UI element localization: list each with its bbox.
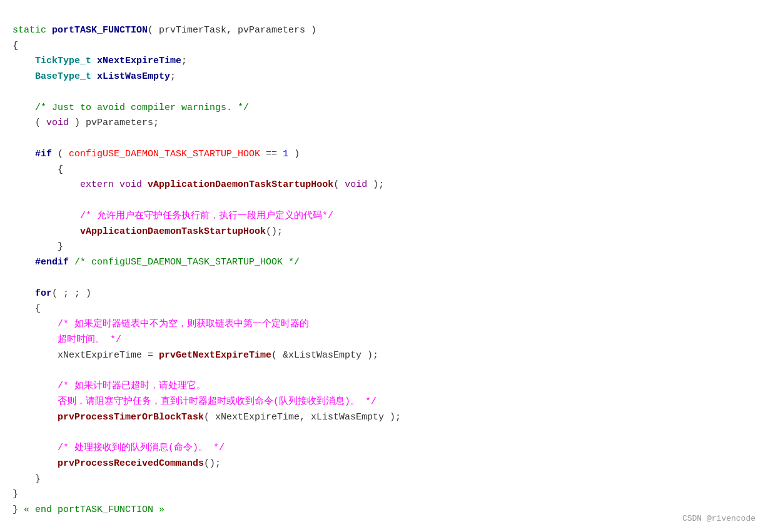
footer-credit: CSDN @rivencode — [682, 513, 755, 526]
code-block: static portTASK_FUNCTION( prvTimerTask, … — [13, 8, 755, 518]
code-container: static portTASK_FUNCTION( prvTimerTask, … — [0, 0, 768, 532]
